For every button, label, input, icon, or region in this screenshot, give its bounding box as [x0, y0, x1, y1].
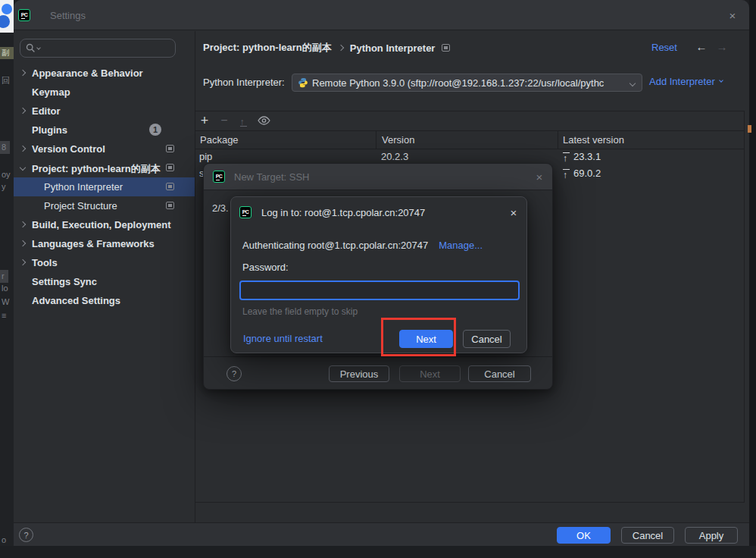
settings-nav-tree: Appearance & BehaviorKeymapEditorPlugins…: [14, 64, 195, 314]
search-input[interactable]: [42, 42, 155, 54]
package-name: pip: [199, 151, 212, 162]
sidebar-item-label: Settings Sync: [32, 276, 97, 287]
sidebar-item-label: Editor: [32, 105, 61, 117]
background-app-icon-area: [0, 0, 14, 33]
sidebar-item-tools[interactable]: Tools: [14, 253, 195, 272]
background-text-fragment: r: [0, 270, 8, 283]
chevron-right-icon[interactable]: [20, 70, 26, 76]
sidebar-item-label: Appearance & Behavior: [32, 67, 143, 79]
project-scope-icon: [442, 44, 450, 52]
column-separator: [376, 131, 376, 149]
breadcrumb: Project: python-learn的副本 Python Interpre…: [203, 41, 450, 55]
sidebar-item-label: Build, Execution, Deployment: [32, 219, 170, 230]
sidebar-item-label: Advanced Settings: [32, 295, 120, 306]
chevron-right-icon[interactable]: [20, 108, 26, 114]
manage-link[interactable]: Manage...: [439, 240, 483, 251]
scrollbar-error-stripe: [748, 125, 751, 133]
help-icon[interactable]: ?: [19, 528, 33, 542]
upgrade-available-icon: [562, 152, 570, 161]
sidebar-item-project-python-learn[interactable]: Project: python-learn的副本: [14, 158, 195, 177]
ssh-dialog-close-icon[interactable]: ×: [533, 170, 546, 183]
sidebar-item-label: Tools: [32, 257, 58, 268]
sidebar-item-label: Project Structure: [44, 200, 117, 212]
package-latest-version: 69.0.2: [562, 168, 601, 179]
packages-toolbar: [195, 111, 744, 131]
chevron-right-icon[interactable]: [20, 240, 26, 246]
show-early-releases-icon[interactable]: [256, 111, 271, 130]
ok-button[interactable]: OK: [557, 527, 611, 544]
add-interpreter-link[interactable]: Add Interpreter: [649, 76, 723, 87]
search-icon: [26, 43, 36, 53]
sidebar-item-plugins[interactable]: Plugins1: [14, 121, 195, 140]
back-arrow-icon[interactable]: ←: [695, 40, 708, 54]
sidebar-item-version-control[interactable]: Version Control: [14, 140, 195, 158]
sidebar-item-label: Languages & Frameworks: [32, 238, 155, 249]
sidebar-item-project-structure[interactable]: Project Structure: [14, 196, 195, 215]
python-interpreter-label: Python Interpreter:: [203, 77, 285, 88]
background-text-fragment: W: [2, 297, 9, 307]
sidebar-item-label: Keymap: [32, 86, 70, 98]
apply-button[interactable]: Apply: [685, 527, 738, 544]
chevron-right-icon[interactable]: [20, 146, 26, 152]
wizard-help-icon[interactable]: ?: [226, 366, 242, 381]
cancel-button[interactable]: Cancel: [621, 527, 674, 544]
sidebar-item-settings-sync[interactable]: Settings Sync: [14, 272, 195, 291]
background-text-fragment: 8: [0, 141, 10, 154]
sidebar-item-appearance-behavior[interactable]: Appearance & Behavior: [14, 64, 195, 83]
login-dialog-close-icon[interactable]: ×: [507, 205, 520, 219]
ignore-until-restart-link[interactable]: Ignore until restart: [243, 333, 323, 344]
settings-close-icon[interactable]: ×: [726, 8, 739, 22]
background-text-fragment: oy: [2, 170, 11, 180]
pycharm-app-icon: PC: [18, 9, 30, 21]
background-window-bottom-edge: [0, 546, 756, 558]
background-window-left-edge: 副 回8oyyrloW≡o: [0, 0, 14, 558]
screen: 副 回8oyyrloW≡o PC Settings × Appearance &…: [0, 0, 756, 558]
column-separator: [558, 131, 558, 149]
wizard-next-button[interactable]: Next: [399, 365, 461, 382]
breadcrumb-page: Python Interpreter: [350, 42, 436, 54]
sidebar-item-languages-frameworks[interactable]: Languages & Frameworks: [14, 234, 195, 253]
breadcrumb-project: Project: python-learn的副本: [203, 41, 332, 55]
chevron-right-icon[interactable]: [20, 221, 26, 227]
sidebar-item-python-interpreter[interactable]: Python Interpreter: [14, 177, 195, 196]
interpreter-dropdown[interactable]: Remote Python 3.9.0 (sftp://root@192.168…: [292, 74, 642, 92]
wizard-previous-button[interactable]: Previous: [329, 365, 389, 382]
column-package: Package: [200, 134, 239, 146]
background-text-fragment: ≡: [2, 311, 6, 321]
window-title: Settings: [50, 10, 86, 21]
python-icon: [298, 77, 308, 88]
sidebar-item-label: Plugins: [32, 124, 67, 136]
background-app-icon: [2, 4, 12, 14]
authenticating-row: Authenticating root@1.tcp.cpolar.cn:2074…: [242, 240, 483, 251]
settings-footer: ? OK Cancel Apply: [14, 522, 749, 546]
install-package-icon[interactable]: +: [198, 111, 211, 130]
sidebar-item-build-execution-deployment[interactable]: Build, Execution, Deployment: [14, 215, 195, 234]
sidebar-item-editor[interactable]: Editor: [14, 102, 195, 121]
column-latest-version: Latest version: [563, 134, 624, 146]
background-app-icon-2: [0, 15, 10, 28]
package-latest-version: 23.3.1: [562, 151, 601, 162]
reset-link[interactable]: Reset: [651, 42, 677, 53]
chevron-right-icon[interactable]: [20, 259, 26, 265]
sidebar-item-advanced-settings[interactable]: Advanced Settings: [14, 291, 195, 310]
password-hint: Leave the field empty to skip: [242, 306, 358, 317]
pycharm-dialog-icon: PC: [213, 171, 225, 183]
dropdown-chevron-icon: [629, 80, 636, 86]
login-cancel-button[interactable]: Cancel: [463, 330, 511, 348]
forward-arrow-icon[interactable]: →: [715, 40, 729, 54]
settings-search-box[interactable]: [20, 39, 176, 58]
ssh-dialog-titlebar: PC New Target: SSH ×: [204, 164, 552, 190]
ssh-dialog-footer: ? Previous Next Cancel: [204, 356, 552, 389]
background-tab-fragment: 副: [0, 47, 14, 59]
uninstall-package-icon[interactable]: −: [218, 111, 230, 130]
project-scope-icon: [166, 183, 174, 190]
background-text-fragment: o: [2, 535, 6, 545]
wizard-step-label: 2/3.: [212, 202, 229, 214]
upgrade-package-icon[interactable]: [237, 111, 249, 130]
wizard-cancel-button[interactable]: Cancel: [468, 365, 531, 382]
password-input[interactable]: [239, 281, 520, 300]
annotation-highlight-rectangle: [381, 318, 456, 356]
chevron-down-icon[interactable]: [20, 165, 26, 171]
sidebar-item-keymap[interactable]: Keymap: [14, 83, 195, 102]
settings-titlebar: PC Settings ×: [14, 0, 749, 30]
